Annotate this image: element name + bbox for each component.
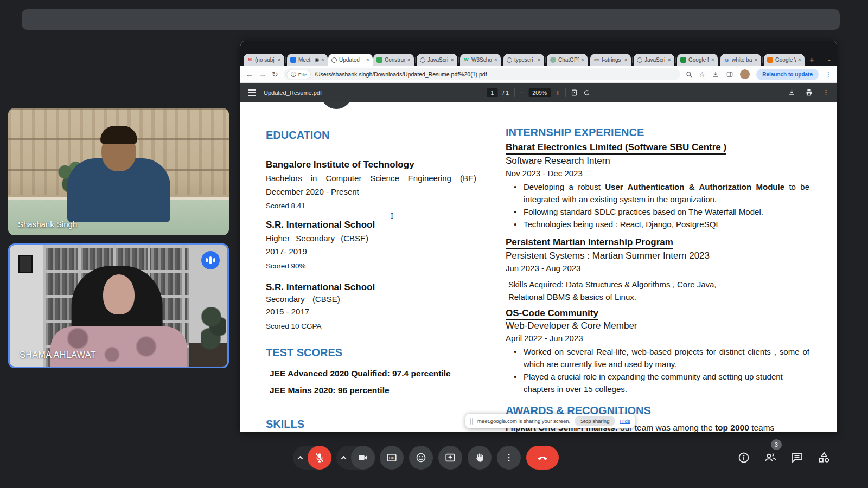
forward-icon[interactable]: → (259, 70, 266, 79)
tab-separator (675, 57, 676, 63)
tab-close-icon[interactable]: × (668, 57, 671, 63)
side-panel-icon[interactable] (726, 70, 733, 78)
zoom-level[interactable]: 209% (528, 88, 551, 97)
bookmark-star-icon[interactable]: ☆ (699, 70, 706, 79)
w3schools-icon: W (463, 57, 469, 63)
shared-screen-window: M (no subj × Meet × Updated × Construc ×… (240, 41, 837, 432)
back-icon[interactable]: ← (246, 70, 253, 79)
degree-line: Bachelors in Computer Science Engineerin… (266, 174, 476, 183)
tab-close-icon[interactable]: × (581, 57, 584, 63)
page-total: / 1 (502, 89, 509, 96)
ring-icon (637, 57, 642, 63)
stop-sharing-button[interactable]: Stop sharing (575, 416, 615, 426)
pdf-download-icon[interactable] (788, 88, 796, 97)
green-app-icon (376, 57, 382, 63)
rotate-icon[interactable] (583, 89, 590, 97)
tab-close-icon[interactable]: × (407, 57, 411, 63)
people-button[interactable] (763, 451, 777, 465)
profile-avatar[interactable] (740, 69, 750, 79)
new-tab-button[interactable]: + (809, 55, 814, 64)
date-line: 2017- 2019 (266, 247, 307, 256)
date-line: Jun 2023 - Aug 2023 (506, 264, 580, 273)
degree-line: Higher Secondary (CBSE) (266, 234, 368, 243)
browser-tab-javascript-1[interactable]: JavaScri × (417, 54, 457, 66)
tab-search-chevron-icon[interactable]: ⌄ (827, 56, 834, 63)
print-icon[interactable] (805, 88, 813, 97)
participant-tile-shashank[interactable]: Shashank Singh (8, 108, 229, 235)
zoom-out-button[interactable]: − (519, 88, 524, 97)
url-text[interactable]: /Users/shashank.singh/Downloads/Updated_… (315, 71, 487, 78)
test-score-line: JEE Advanced 2020 Qualified: 97.4 percen… (270, 369, 451, 378)
browser-tab-javascript-2[interactable]: JavaScri × (634, 54, 674, 66)
role-line: Software Research Intern (506, 156, 610, 166)
person-hair (100, 126, 137, 144)
zoom-in-button[interactable]: + (556, 88, 560, 97)
pdf-menu-icon[interactable] (248, 89, 256, 96)
browser-tab-construc[interactable]: Construc × (373, 54, 414, 66)
camera-options-chevron-icon[interactable] (336, 456, 351, 460)
participant-count-badge: 3 (771, 439, 782, 450)
tab-close-icon[interactable]: × (321, 57, 324, 63)
participant-tile-shama[interactable]: SHAMA AHLAWAT (8, 243, 229, 368)
site-info-chip[interactable]: i File (286, 70, 311, 79)
share-banner-text: meet.google.com is sharing your screen. (477, 418, 570, 424)
tab-separator (415, 57, 416, 63)
tab-close-icon[interactable]: × (451, 57, 454, 63)
fit-page-icon[interactable] (570, 89, 578, 97)
reload-icon[interactable]: ↻ (272, 70, 278, 79)
more-options-button[interactable] (497, 446, 521, 470)
browser-tab-gmail[interactable]: M (no subj × (244, 54, 284, 66)
browser-tab-google-meet[interactable]: Google M × (677, 54, 718, 66)
tab-close-icon[interactable]: × (755, 57, 758, 63)
person-body (50, 326, 187, 367)
hide-link[interactable]: Hide (620, 418, 630, 424)
bullet-item: Worked on several Real-life, web-based p… (506, 345, 809, 370)
tab-separator (589, 57, 589, 63)
meeting-details-button[interactable] (737, 451, 751, 465)
tab-close-icon[interactable]: × (494, 57, 497, 63)
skills-note: Relational DBMS & basics of Linux. (508, 292, 636, 301)
tab-close-icon[interactable]: × (278, 57, 281, 63)
browser-tab-white-ba[interactable]: G white ba × (720, 54, 761, 66)
pdf-more-icon[interactable]: ⋮ (822, 88, 829, 97)
address-bar[interactable]: i File /Users/shashank.singh/Downloads/U… (284, 68, 680, 80)
page-number-input[interactable]: 1 (487, 88, 498, 97)
score-line: Scored 90% (266, 262, 306, 270)
browser-menu-icon[interactable]: ⋮ (825, 70, 832, 78)
browser-tab-fstrings[interactable]: aw f-strings × (590, 54, 631, 66)
end-call-button[interactable] (526, 446, 559, 470)
tab-close-icon[interactable]: × (711, 57, 714, 63)
svg-text:CC: CC (389, 456, 394, 460)
test-scores-heading: TEST SCORES (266, 346, 342, 359)
mic-muted-button[interactable] (308, 446, 331, 470)
drag-handle-icon[interactable] (470, 418, 473, 425)
captions-button[interactable]: CC (380, 446, 404, 470)
bullet-item: Played a crucial role in expanding the c… (506, 370, 809, 395)
browser-tab-google-w[interactable]: Google W × (764, 54, 805, 66)
browser-tab-meet[interactable]: Meet × (287, 54, 328, 66)
browser-tab-updated-resume[interactable]: Updated × (328, 54, 373, 66)
company-title: Persistent Martian Internship Program (506, 237, 673, 249)
tab-close-icon[interactable]: × (366, 57, 369, 63)
pdf-toolbar: Updated_Resume.pdf 1 / 1 − 209% + ⋮ (240, 83, 837, 102)
download-icon[interactable] (712, 70, 719, 78)
tab-separator (285, 57, 286, 63)
browser-tab-chatgpt[interactable]: ChatGPT × (547, 54, 588, 66)
pdf-page: EDUCATION Bangalore Institute of Technol… (240, 102, 837, 432)
activities-button[interactable] (817, 451, 831, 465)
tab-close-icon[interactable]: × (624, 57, 628, 63)
mic-options-chevron-icon[interactable] (293, 456, 308, 460)
orange-app-icon (767, 57, 773, 63)
reactions-button[interactable] (409, 446, 433, 470)
browser-tab-w3schools[interactable]: W W3Scho × (460, 54, 501, 66)
browser-tab-typescript[interactable]: typescri × (503, 54, 544, 66)
camera-button[interactable] (351, 446, 375, 470)
participant-name: Shashank Singh (18, 220, 77, 229)
relaunch-to-update-button[interactable]: Relaunch to update (756, 69, 819, 80)
present-screen-button[interactable] (438, 446, 462, 470)
chat-button[interactable] (790, 451, 804, 465)
tab-close-icon[interactable]: × (798, 57, 801, 63)
tab-close-icon[interactable]: × (538, 57, 541, 63)
zoom-icon[interactable] (686, 71, 693, 78)
raise-hand-button[interactable] (468, 446, 492, 470)
